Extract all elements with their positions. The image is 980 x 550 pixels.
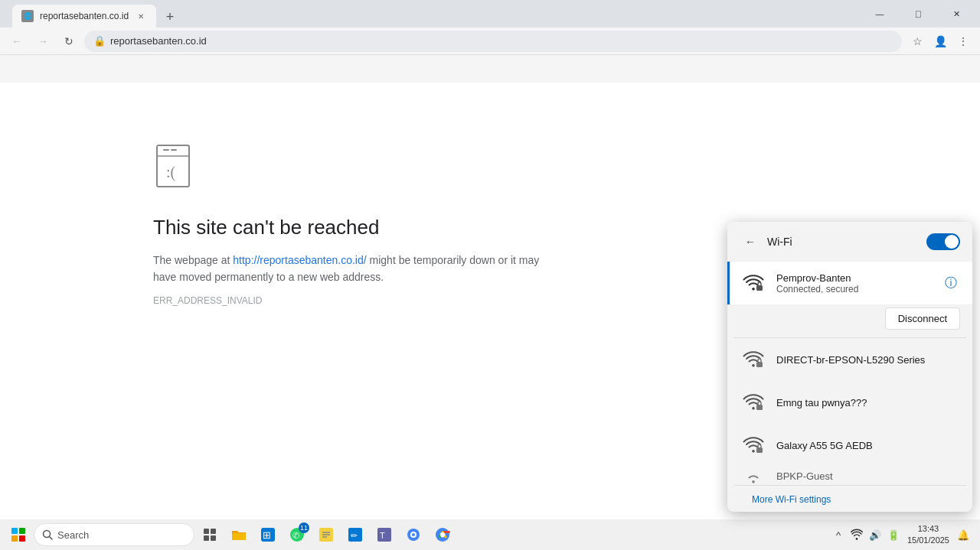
connected-network-status: Connected, secured	[776, 284, 933, 295]
svg-text:✏: ✏	[351, 531, 358, 540]
network-name: BPKP-Guest	[776, 470, 960, 482]
wifi-settings-link[interactable]: More Wi-Fi settings	[740, 487, 843, 512]
teams-button[interactable]: T	[371, 521, 398, 548]
svg-point-31	[440, 532, 445, 537]
error-code: ERR_ADDRESS_INVALID	[153, 295, 263, 306]
file-explorer-icon	[231, 528, 247, 542]
bookmark-button[interactable]: ☆	[906, 31, 928, 52]
profile-button[interactable]: 👤	[929, 31, 951, 52]
svg-text::(: :(	[166, 164, 176, 181]
sticky-notes-icon	[319, 528, 333, 542]
svg-rect-11	[204, 529, 209, 534]
task-view-button[interactable]	[196, 521, 224, 548]
wifi-panel: ← Wi-Fi Pemprov-Banten Connected, secure…	[727, 222, 972, 512]
show-hidden-icons-button[interactable]: ^	[831, 527, 846, 542]
wifi-network-item[interactable]: Pemprov-Banten Connected, secured ⓘ	[727, 262, 972, 304]
windows-logo-icon	[11, 528, 25, 542]
browser-tab[interactable]: 🌐 reportasebanten.co.id ✕	[12, 5, 156, 28]
taskbar-search[interactable]: Search	[34, 523, 194, 546]
store-icon: ⊞	[261, 528, 275, 542]
wifi-signal-icon	[740, 431, 767, 459]
network-info: Emng tau pwnya???	[776, 397, 960, 408]
svg-text:⊞: ⊞	[263, 529, 271, 541]
svg-rect-14	[211, 535, 216, 541]
error-desc-prefix: The webpage at	[153, 254, 233, 266]
network-icon[interactable]	[849, 527, 864, 542]
wifi-signal-icon	[740, 467, 767, 485]
store-button[interactable]: ⊞	[254, 521, 282, 548]
disconnect-button[interactable]: Disconnect	[885, 308, 960, 330]
svg-rect-12	[211, 529, 216, 534]
wifi-back-button[interactable]: ←	[740, 231, 761, 252]
back-button[interactable]: ←	[6, 31, 28, 52]
close-button[interactable]: ✕	[939, 2, 974, 25]
forward-button[interactable]: →	[32, 31, 54, 52]
wifi-settings-row: More Wi-Fi settings	[727, 486, 972, 512]
search-icon	[42, 529, 53, 540]
svg-line-10	[50, 537, 53, 540]
window-controls: — ⎕ ✕	[862, 2, 974, 25]
url-text: reportasebanten.co.id	[110, 35, 893, 47]
network-name: Emng tau pwnya???	[776, 397, 960, 408]
browser-actions: ☆ 👤 ⋮	[906, 31, 974, 52]
clock-time: 13:43	[918, 523, 939, 535]
whatsapp-badge: 11	[299, 522, 309, 533]
error-link[interactable]: http://reportasebanten.co.id/	[233, 254, 366, 266]
title-bar: 🌐 reportasebanten.co.id ✕ + — ⎕ ✕	[0, 0, 980, 28]
tab-close-button[interactable]: ✕	[135, 10, 147, 22]
disconnect-row: Disconnect	[727, 304, 972, 337]
wifi-network-item[interactable]: Emng tau pwnya???	[727, 381, 972, 424]
network-info-button[interactable]: ⓘ	[942, 274, 960, 292]
tab-bar: 🌐 reportasebanten.co.id ✕ +	[6, 0, 862, 28]
volume-icon[interactable]: 🔊	[867, 527, 883, 542]
taskbar: Search ⊞ ✆ 11	[0, 519, 980, 550]
task-view-icon	[203, 528, 217, 542]
svg-rect-13	[204, 535, 209, 541]
wifi-status-icon	[851, 529, 863, 541]
connected-network-info: Pemprov-Banten Connected, secured	[776, 272, 933, 295]
browser-frame: 🌐 reportasebanten.co.id ✕ + — ⎕ ✕ ← → ↻ …	[0, 0, 980, 55]
svg-text:✆: ✆	[292, 531, 299, 540]
network-info: DIRECT-br-EPSON-L5290 Series	[776, 354, 960, 366]
svg-rect-5	[756, 285, 763, 291]
browser-icon	[407, 528, 420, 542]
svg-rect-7	[756, 405, 763, 410]
chrome-icon	[435, 527, 450, 542]
system-tray: ^ 🔊 🔋 13:43 15/01/2025 🔔	[826, 521, 975, 548]
system-clock[interactable]: 13:43 15/01/2025	[904, 523, 952, 547]
sticky-notes-button[interactable]	[312, 521, 340, 548]
new-tab-button[interactable]: +	[159, 6, 181, 28]
teams-icon: T	[377, 528, 391, 542]
menu-button[interactable]: ⋮	[952, 31, 974, 52]
wifi-network-item[interactable]: Galaxy A55 5G AEDB	[727, 424, 972, 467]
tab-title: reportasebanten.co.id	[40, 11, 129, 21]
battery-icon[interactable]: 🔋	[886, 527, 901, 542]
start-button[interactable]	[5, 521, 32, 548]
svg-text:T: T	[380, 531, 385, 540]
wifi-panel-header: ← Wi-Fi	[727, 222, 972, 262]
chrome-button[interactable]	[429, 521, 456, 548]
file-explorer-button[interactable]	[225, 521, 253, 548]
wifi-signal-icon	[740, 389, 767, 416]
whiteboard-button[interactable]: ✏	[341, 521, 369, 548]
error-icon: :(	[153, 144, 199, 197]
error-title: This site can't be reached	[153, 216, 379, 239]
connected-network-name: Pemprov-Banten	[776, 272, 933, 284]
svg-rect-8	[756, 447, 763, 453]
network-name: Galaxy A55 5G AEDB	[776, 440, 960, 451]
svg-point-29	[412, 533, 415, 536]
security-icon: 🔒	[93, 35, 106, 47]
network-info: Galaxy A55 5G AEDB	[776, 440, 960, 451]
browser-button[interactable]	[400, 521, 427, 548]
wifi-network-item[interactable]: DIRECT-br-EPSON-L5290 Series	[727, 338, 972, 381]
network-name: DIRECT-br-EPSON-L5290 Series	[776, 354, 960, 366]
reload-button[interactable]: ↻	[58, 31, 80, 52]
notification-button[interactable]: 🔔	[956, 527, 971, 542]
minimize-button[interactable]: —	[862, 2, 897, 25]
url-bar[interactable]: 🔒 reportasebanten.co.id	[84, 31, 902, 52]
wifi-signal-icon	[740, 346, 767, 373]
wifi-toggle[interactable]	[926, 233, 960, 250]
maximize-button[interactable]: ⎕	[900, 2, 936, 25]
wifi-network-item[interactable]: BPKP-Guest	[727, 467, 972, 485]
whatsapp-button[interactable]: ✆ 11	[283, 521, 311, 548]
